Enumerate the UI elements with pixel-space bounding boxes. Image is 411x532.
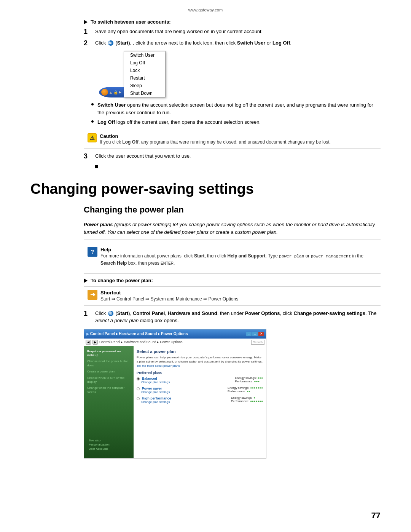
win-title-text: ▶ Control Panel ▸ Hardware and Sound ▸ P… <box>86 332 188 336</box>
power-saver-energy: Energy savings: ●●●●●●● <box>228 386 263 390</box>
caution-title: Caution <box>100 133 331 139</box>
website-url: www.gateway.com <box>0 8 411 12</box>
context-menu: Switch User Log Off Lock Restart Sleep S… <box>124 51 166 97</box>
power-saver-perf: Performance: ●● <box>228 390 263 393</box>
help-box-inner: ? Help For more information about power … <box>88 247 377 267</box>
win-titlebar: ▶ Control Panel ▸ Hardware and Sound ▸ P… <box>84 329 266 339</box>
plan-high-perf-left: High performance Change plan settings <box>137 396 229 404</box>
start-label: Start <box>117 40 129 46</box>
triangle-bullet-icon-2 <box>84 278 88 283</box>
shortcut-icon: ➔ <box>88 290 97 300</box>
step-2: 2 Click ⊞ (Start), , click the arrow nex… <box>84 39 381 48</box>
plan-power-saver-radio: Power saver <box>137 386 225 390</box>
bullet-switch-user-text: Switch User opens the account selection … <box>97 101 381 116</box>
shortcut-box: ➔ Shortcut Start ⇒ Control Panel ⇒ Syste… <box>84 286 381 306</box>
help-box: ? Help For more information about power … <box>84 240 381 274</box>
minimize-button[interactable]: – <box>246 332 252 336</box>
menu-screenshot: ▲ 🔒 ▶ Switch User Log Off Lock Restart S… <box>99 51 381 97</box>
balanced-name: Balanced <box>142 377 157 380</box>
step-end-marker <box>84 164 381 169</box>
step-3-content: Click the user account that you want to … <box>95 152 381 160</box>
user-accounts-link: User Accounts <box>89 447 134 451</box>
arrow-icon: ▶ <box>119 90 121 94</box>
bullet-list: Switch User opens the account selection … <box>91 101 381 126</box>
step-3-number: 3 <box>84 152 95 161</box>
balanced-radio-icon <box>137 377 140 380</box>
power-step-1: 1 Click ⊞ (Start), Control Panel, Hardwa… <box>84 310 381 324</box>
bullet-item-log-off: Log Off logs off the current user, then … <box>91 118 381 126</box>
step-2-click: Click <box>95 40 106 46</box>
search-box: Search <box>251 340 264 345</box>
plan-power-saver-right: Energy savings: ●●●●●●● Performance: ●● <box>228 386 263 393</box>
power-saver-name: Power saver <box>142 387 162 390</box>
shortcut-title: Shortcut <box>100 290 238 296</box>
high-perf-radio-icon <box>137 397 140 400</box>
win-bottom-links: See also Personalization User Accounts <box>89 439 134 451</box>
win-content: Require a password on wakeup Choose what… <box>84 346 266 458</box>
step-2-number: 2 <box>84 39 95 48</box>
plan-balanced-left: Balanced Change plan settings <box>137 376 233 384</box>
balanced-perf: Performance: ●●● <box>235 380 263 383</box>
help-box-content: Help For more information about power pl… <box>100 247 377 267</box>
power-step-1-number: 1 <box>84 310 95 318</box>
step-1: 1 Save any open documents that are being… <box>84 28 381 36</box>
section-title: Changing the power plan <box>0 205 411 215</box>
high-perf-energy: Energy savings: ● <box>231 396 263 399</box>
win-main-desc: Power plans can help you maximize your c… <box>137 355 263 368</box>
plan-balanced-radio: Balanced <box>137 376 233 380</box>
lock-icon: 🔒 <box>113 90 118 94</box>
close-button[interactable]: ✕ <box>258 332 264 336</box>
caution-content: Caution If you click Log Off, any progra… <box>100 133 331 145</box>
balanced-energy: Energy savings: ●●● <box>235 376 263 380</box>
shortcut-path: Start ⇒ Control Panel ⇒ System and Maint… <box>100 296 238 302</box>
triangle-bullet-icon <box>84 20 88 24</box>
step-1-content: Save any open documents that are being w… <box>95 28 381 35</box>
win-plans-title: Preferred plans <box>137 371 263 375</box>
caution-text: If you click Log Off, any programs that … <box>100 139 331 145</box>
win-addressbar: ◀ ▶ Control Panel ▸ Hardware and Sound ▸… <box>84 339 266 346</box>
power-options-screenshot: ▶ Control Panel ▸ Hardware and Sound ▸ P… <box>84 329 266 459</box>
forward-btn[interactable]: ▶ <box>92 340 98 345</box>
or-label: or <box>267 40 271 46</box>
power-saver-radio-icon <box>137 387 140 390</box>
log-off-definition: logs off the current user, then opens th… <box>116 119 261 125</box>
chapter-title: Changing power-saving settings <box>0 181 411 197</box>
caution-icon: ⚠ <box>88 133 97 142</box>
screenshot-inner: ▶ Control Panel ▸ Hardware and Sound ▸ P… <box>84 329 266 458</box>
sidebar-item-change-sleep: Change when the computer sleeps <box>86 385 131 395</box>
switch-user-definition: opens the account selection screen but d… <box>97 102 373 115</box>
change-power-plan-heading: To change the power plan: <box>91 278 153 283</box>
see-also-link: See also <box>89 439 134 442</box>
plan-balanced: Balanced Change plan settings Energy sav… <box>137 376 263 384</box>
menu-switch-user: Switch User <box>124 51 165 59</box>
maximize-button[interactable]: □ <box>252 332 258 336</box>
plan-high-perf: High performance Change plan settings En… <box>137 396 263 404</box>
change-power-plan-header: To change the power plan: <box>84 278 381 283</box>
switch-section-header: To switch between user accounts: <box>84 19 381 25</box>
sidebar-item-power-button: Choose what the power button does <box>86 358 131 369</box>
plan-power-saver: Power saver Change plan settings Energy … <box>137 386 263 394</box>
help-title: Help <box>100 247 377 252</box>
windows-start-icon-2: ⊞ <box>108 311 113 316</box>
shortcut-content: Shortcut Start ⇒ Control Panel ⇒ System … <box>100 290 238 302</box>
switch-user-term: Switch User <box>97 102 126 108</box>
bullet-dot-icon <box>91 103 94 105</box>
power-saver-change-link: Change plan settings <box>141 390 225 394</box>
bullet-dot-icon-2 <box>91 120 94 123</box>
help-text: For more information about power plans, … <box>100 252 377 267</box>
page-number: 77 <box>371 511 381 521</box>
start-button-icon <box>101 89 108 96</box>
menu-shut-down: Shut Down <box>124 89 165 97</box>
menu-restart: Restart <box>124 74 165 82</box>
help-icon: ? <box>88 247 97 257</box>
menu-sleep: Sleep <box>124 82 165 89</box>
step-1-number: 1 <box>84 28 95 36</box>
switch-heading: To switch between user accounts: <box>91 19 171 25</box>
menu-log-off: Log Off <box>124 59 165 67</box>
back-btn[interactable]: ◀ <box>86 340 91 345</box>
personalization-link: Personalization <box>89 443 134 446</box>
power-plan-content: Power plans (groups of power settings) l… <box>0 221 411 459</box>
sidebar-item-turn-off-display: Choose when to turn off the display <box>86 375 131 385</box>
bullet-item-switch-user: Switch User opens the account selection … <box>91 101 381 116</box>
log-off-label: Log Off <box>272 40 290 46</box>
